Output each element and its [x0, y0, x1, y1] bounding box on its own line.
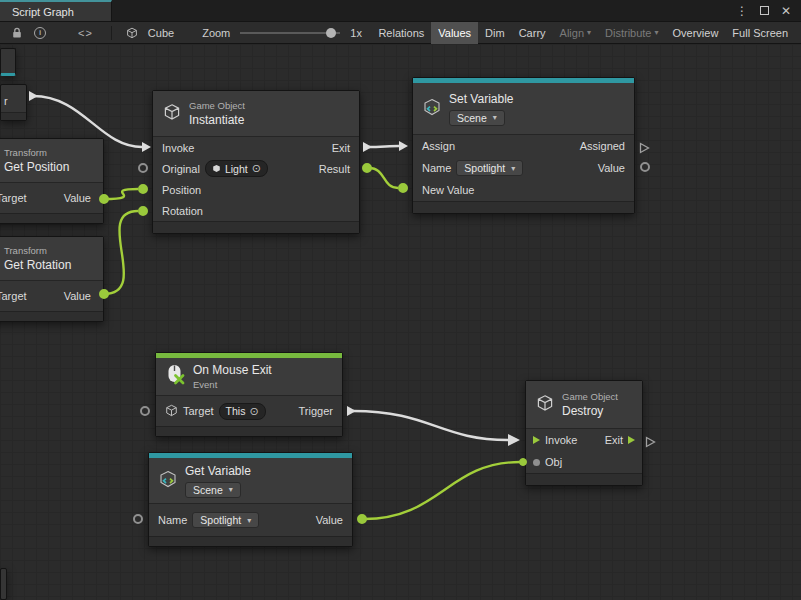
- dim-button[interactable]: Dim: [478, 22, 512, 44]
- port-instantiate-rotation-in[interactable]: [138, 206, 148, 216]
- node-fragment-bottom-left[interactable]: [0, 568, 7, 600]
- align-label: Align: [560, 27, 584, 39]
- node-category: Transform: [4, 147, 69, 158]
- object-picker-icon[interactable]: ⊙: [252, 162, 261, 175]
- object-field-light[interactable]: Light ⊙: [205, 160, 268, 177]
- object-picker-icon[interactable]: ⊙: [249, 405, 258, 418]
- wire-getrotation-to-rotation: [104, 211, 138, 294]
- port-row: Target Value: [0, 281, 103, 311]
- port-label-new-value: New Value: [422, 184, 474, 196]
- node-instantiate[interactable]: Game Object Instantiate Invoke Exit Orig…: [152, 90, 360, 234]
- variable-name-dropdown[interactable]: Spotlight ▾: [192, 512, 259, 528]
- chevron-down-icon: ▾: [511, 164, 515, 173]
- graph-toolbar: i <> Cube Zoom 1x Relations Values Dim C…: [0, 22, 801, 44]
- carry-button[interactable]: Carry: [512, 22, 553, 44]
- node-footer: [149, 536, 352, 546]
- node-fragment-left[interactable]: r: [0, 84, 27, 121]
- node-footer: [0, 213, 103, 223]
- port-row: Invoke Exit: [153, 137, 359, 158]
- port-row: Assign Assigned: [413, 135, 634, 157]
- port-row: Name Spotlight ▾ Value: [413, 157, 634, 179]
- variable-name-value: Spotlight: [200, 514, 241, 526]
- window-buttons: ⋮ ✕: [735, 0, 801, 21]
- port-setvariable-assign-in[interactable]: [399, 141, 408, 151]
- node-get-position[interactable]: Transform Get Position Target Value: [0, 138, 104, 224]
- port-getvariable-name-in[interactable]: [133, 514, 143, 524]
- port-instantiate-position-in[interactable]: [138, 184, 148, 194]
- port-setvariable-value-out[interactable]: [640, 162, 650, 172]
- more-menu-icon[interactable]: ⋮: [735, 3, 749, 19]
- object-field-value: This: [226, 405, 246, 417]
- node-set-variable[interactable]: Set Variable Scene ▾ Assign Assigned Nam…: [412, 77, 635, 214]
- maximize-icon[interactable]: [757, 3, 771, 19]
- wire-getvariable-to-obj: [364, 462, 520, 519]
- full-screen-button[interactable]: Full Screen: [725, 22, 795, 44]
- node-footer: [526, 473, 642, 485]
- node-footer: [153, 221, 359, 233]
- node-header: Set Variable Scene ▾: [413, 83, 634, 135]
- port-label-target: Target: [0, 192, 27, 204]
- values-button[interactable]: Values: [431, 22, 478, 44]
- port-getposition-value-out[interactable]: [99, 194, 109, 204]
- port-setvariable-assigned-out[interactable]: [639, 140, 650, 152]
- node-subtitle: Event: [193, 379, 272, 390]
- node-fragment-top-left[interactable]: [0, 48, 16, 76]
- port-label-rotation: Rotation: [162, 205, 203, 217]
- port-label-target: Target: [0, 290, 27, 302]
- node-title: Get Variable: [185, 464, 251, 478]
- port-label-assigned: Assigned: [580, 140, 625, 152]
- node-get-rotation[interactable]: Transform Get Rotation Target Value: [0, 236, 104, 322]
- object-field-this[interactable]: This ⊙: [219, 403, 266, 420]
- port-getvariable-value-out[interactable]: [357, 514, 367, 524]
- variable-scope-dropdown[interactable]: Scene ▾: [185, 482, 241, 498]
- port-onmouseexit-target-in[interactable]: [140, 406, 150, 416]
- wire-result-to-newvalue: [369, 168, 398, 188]
- port-label-invoke: Invoke: [162, 142, 194, 154]
- chevron-down-icon: ▾: [493, 113, 497, 122]
- node-destroy[interactable]: Game Object Destroy Invoke Exit Obj: [525, 380, 643, 486]
- node-header: Transform Get Rotation: [0, 237, 103, 281]
- zoom-slider[interactable]: [240, 32, 340, 34]
- node-title: On Mouse Exit: [193, 363, 272, 377]
- port-instantiate-original-in[interactable]: [138, 163, 148, 173]
- port-destroy-obj-in[interactable]: [519, 458, 527, 466]
- code-view-icon[interactable]: <>: [78, 27, 93, 39]
- relations-button[interactable]: Relations: [371, 22, 431, 44]
- node-category: Game Object: [562, 391, 618, 402]
- node-get-variable[interactable]: Get Variable Scene ▾ Name Spotlight ▾ Va…: [148, 452, 353, 547]
- tab-script-graph[interactable]: Script Graph: [0, 0, 112, 21]
- port-onmouseexit-trigger-out[interactable]: [347, 406, 356, 416]
- obj-port-icon[interactable]: [533, 459, 540, 466]
- distribute-button[interactable]: Distribute ▾: [598, 22, 665, 44]
- port-fragment-flow-out[interactable]: [29, 91, 38, 101]
- flow-out-arrow-icon[interactable]: [628, 436, 635, 444]
- port-instantiate-result-out[interactable]: [362, 163, 372, 173]
- variable-name-value: Spotlight: [464, 162, 505, 174]
- lock-icon[interactable]: [12, 27, 22, 39]
- info-icon[interactable]: i: [34, 27, 46, 39]
- node-title: Destroy: [562, 404, 618, 418]
- distribute-label: Distribute: [605, 27, 651, 39]
- port-getrotation-value-out[interactable]: [99, 289, 109, 299]
- close-icon[interactable]: ✕: [779, 3, 793, 19]
- chevron-down-icon: ▾: [655, 28, 659, 37]
- port-setvariable-newvalue-in[interactable]: [398, 183, 408, 193]
- variable-scope-value: Scene: [457, 112, 487, 124]
- flow-in-arrow-icon[interactable]: [533, 436, 540, 444]
- overview-button[interactable]: Overview: [666, 22, 726, 44]
- object-field-value: Light: [225, 163, 248, 175]
- port-instantiate-invoke-in[interactable]: [142, 142, 151, 152]
- zoom-slider-thumb[interactable]: [326, 28, 336, 38]
- port-label-obj: Obj: [545, 456, 562, 468]
- node-header: On Mouse Exit Event: [156, 358, 342, 396]
- port-destroy-exit-out[interactable]: [645, 434, 656, 446]
- variable-icon: [159, 470, 177, 492]
- port-row: Name Spotlight ▾ Value: [149, 504, 352, 536]
- tab-label: Script Graph: [12, 6, 74, 18]
- align-button[interactable]: Align ▾: [553, 22, 598, 44]
- variable-name-dropdown[interactable]: Spotlight ▾: [456, 160, 523, 176]
- node-on-mouse-exit[interactable]: On Mouse Exit Event Target This ⊙ Trigge…: [155, 352, 343, 437]
- port-instantiate-exit-out[interactable]: [363, 142, 372, 152]
- graph-canvas[interactable]: r Transform Get Position Target Value Tr…: [0, 44, 801, 600]
- variable-scope-dropdown[interactable]: Scene ▾: [449, 110, 505, 126]
